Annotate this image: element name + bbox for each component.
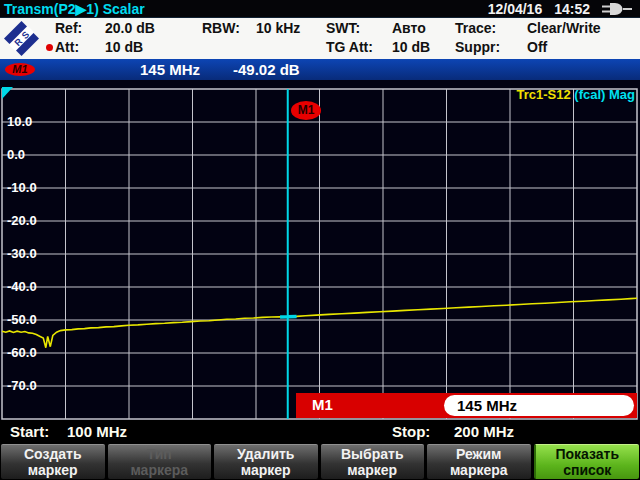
softkey-label: маркер [1,462,105,478]
y-tick-label: -30.0 [7,246,51,261]
marker-info-bar: M1 145 MHz -49.02 dB [0,59,640,80]
softkey-label: маркера [427,462,531,478]
y-tick-label: -60.0 [7,345,51,360]
trace-detector: (fcal) Mag [571,87,635,102]
marker-m1-badge: M1 [5,63,35,76]
trace-label: Trace: [455,20,496,36]
softkey-label: Показать [536,446,640,462]
softkey-select-marker[interactable]: Выбрать маркер [321,444,425,479]
softkey-label: маркер [214,462,318,478]
trace-name: Trc1-S12 [517,87,571,102]
ac-power-icon [602,2,632,16]
trace-plot [0,80,640,420]
title-bar: Transm(P2▶1) Scalar 12/04/16 14:52 [0,0,640,18]
y-tick-label: -70.0 [7,378,51,393]
stop-label: Stop: [392,423,430,440]
tgatt-label: TG Att: [326,39,373,55]
stop-value: 200 MHz [454,423,514,440]
marker-trace-highlight [280,316,297,317]
softkey-show-list[interactable]: Показать список [534,444,640,479]
softkey-label: Тип [108,446,212,462]
rbw-label: RBW: [202,20,240,36]
chart-area: 10.00.0-10.0-20.0-30.0-40.0-50.0-60.0-70… [0,80,640,420]
start-label: Start: [10,423,49,440]
measurement-title: Transm(P2▶1) Scalar [0,1,145,17]
marker-m1-flag: M1 [291,101,321,120]
softkey-label: маркер [321,462,425,478]
swt-label: SWT: [326,20,360,36]
softkey-label: Создать [1,446,105,462]
softkey-create-marker[interactable]: Создать маркер [1,444,105,479]
marker-readout-bar: M1 145 MHz [296,393,637,418]
date: 12/04/16 [488,1,543,17]
softkey-label: маркера [108,462,212,478]
suppr-label: Suppr: [455,39,500,55]
suppr-value: Off [527,39,547,55]
softkey-label: Режим [427,446,531,462]
marker-readout-name: M1 [312,396,333,413]
marker-frequency: 145 MHz [140,61,200,78]
att-active-dot-icon [46,44,53,51]
trace-title: Trc1-S12 (fcal) Mag [517,87,636,102]
y-tick-label: 10.0 [7,114,51,129]
softkey-label: список [536,462,640,478]
att-value: 10 dB [105,39,143,55]
y-tick-label: -20.0 [7,213,51,228]
ref-label: Ref: [55,20,82,36]
swt-value: Авто [392,20,426,36]
marker-frequency-pill[interactable]: 145 MHz [444,395,634,416]
att-label: Att: [55,39,79,55]
y-tick-label: 0.0 [7,147,51,162]
trace-value: Clear/Write [527,20,601,36]
softkey-row: Создать маркер Тип маркера Удалить марке… [0,443,640,480]
rohde-schwarz-logo-icon: R S [3,20,40,57]
marker-level: -49.02 dB [233,61,300,78]
softkey-delete-marker[interactable]: Удалить маркер [214,444,318,479]
settings-header: R S Ref: 20.0 dB RBW: 10 kHz SWT: Авто T… [0,18,640,59]
time: 14:52 [554,1,590,17]
ref-value: 20.0 dB [105,20,155,36]
tgatt-value: 10 dB [392,39,430,55]
span-footer: Start: 100 MHz Stop: 200 MHz [0,420,640,443]
softkey-marker-mode[interactable]: Режим маркера [427,444,531,479]
rbw-value: 10 kHz [256,20,300,36]
clock-area: 12/04/16 14:52 [488,1,640,17]
softkey-label: Удалить [214,446,318,462]
instrument-screen: Transm(P2▶1) Scalar 12/04/16 14:52 R S R… [0,0,640,480]
start-value: 100 MHz [67,423,127,440]
y-tick-label: -50.0 [7,312,51,327]
softkey-label: Выбрать [321,446,425,462]
y-tick-label: -40.0 [7,279,51,294]
softkey-marker-type: Тип маркера [108,444,212,479]
y-tick-label: -10.0 [7,180,51,195]
